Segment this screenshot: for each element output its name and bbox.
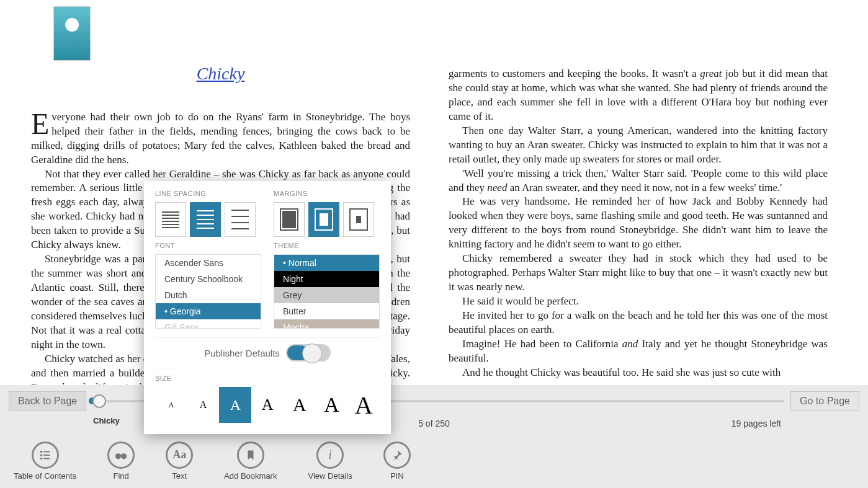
paragraph: garments to customers and keeping the bo… (449, 68, 828, 122)
svg-rect-1 (43, 451, 50, 452)
list-icon (32, 441, 59, 469)
svg-point-2 (40, 454, 42, 456)
pin-button[interactable]: PIN (383, 441, 411, 481)
size-label: SIZE (155, 375, 380, 382)
line-spacing-tight[interactable] (155, 202, 186, 237)
size-l[interactable]: A (251, 387, 284, 423)
paragraph: He said it would be perfect. (449, 295, 828, 309)
right-column: garments to customers and keeping the bo… (441, 67, 868, 384)
theme-normal[interactable]: Normal (274, 255, 379, 271)
theme-butter[interactable]: Butter (274, 303, 379, 319)
paragraph: And he thought Chicky was beautiful too.… (449, 366, 828, 380)
svg-point-4 (40, 457, 42, 459)
svg-rect-8 (120, 455, 122, 456)
text-icon: Aa (166, 441, 193, 469)
chapter-label: Chicky (93, 416, 120, 425)
theme-label: THEME (274, 242, 380, 249)
margin-wide[interactable] (343, 202, 374, 237)
line-spacing-normal[interactable] (190, 202, 221, 237)
svg-rect-5 (43, 458, 50, 459)
theme-grey[interactable]: Grey (274, 287, 379, 303)
info-icon: i (316, 441, 344, 469)
publisher-defaults-toggle[interactable] (286, 344, 331, 362)
label: Find (114, 471, 129, 481)
page-counter: 5 of 250 (418, 419, 450, 428)
label: View Details (308, 471, 352, 481)
line-spacing-loose[interactable] (225, 202, 256, 237)
paragraph: 'Well you're missing a trick then,' Walt… (449, 167, 828, 193)
svg-rect-3 (43, 455, 50, 456)
font-label: FONT (155, 242, 261, 249)
add-bookmark-button[interactable]: Add Bookmark (224, 441, 277, 481)
theme-list[interactable]: Normal Night Grey Butter Mocha (274, 254, 380, 329)
margin-normal[interactable] (308, 202, 339, 237)
label: PIN (390, 471, 404, 481)
theme-mocha[interactable]: Mocha (274, 319, 379, 329)
paragraph: He invited her to go for a walk on the b… (449, 309, 828, 337)
font-option[interactable]: Dutch (156, 287, 261, 303)
pin-icon (383, 441, 411, 469)
book-cover[interactable] (53, 6, 91, 61)
svg-point-0 (40, 450, 42, 453)
go-to-page-button[interactable]: Go to Page (790, 391, 859, 411)
paragraph: Then one day Walter Starr, a young Ameri… (449, 124, 828, 167)
size-xl[interactable]: A (284, 387, 316, 423)
font-option[interactable]: Ascender Sans (156, 255, 261, 271)
theme-night[interactable]: Night (274, 271, 379, 287)
label: Text (172, 471, 187, 481)
size-selector: A A A A A A A (155, 387, 380, 423)
line-spacing-label: LINE SPACING (155, 190, 261, 197)
label: Table of Contents (14, 471, 76, 481)
bookmark-add-icon (237, 441, 264, 469)
label: Add Bookmark (224, 471, 277, 481)
size-s[interactable]: A (187, 387, 220, 423)
slider-thumb[interactable] (92, 394, 106, 408)
find-button[interactable]: Find (107, 441, 135, 481)
font-option[interactable]: Gill Sans (156, 319, 261, 329)
pages-left: 19 pages left (732, 419, 781, 428)
view-details-button[interactable]: i View Details (308, 441, 352, 481)
progress-bar: Back to Page Go to Page Chicky 5 of 250 … (0, 385, 868, 433)
toc-button[interactable]: Table of Contents (14, 441, 76, 481)
publisher-defaults-label: Publisher Defaults (204, 348, 280, 358)
margin-narrow[interactable] (274, 202, 305, 237)
size-xxl[interactable]: A (316, 387, 348, 423)
back-to-page-button[interactable]: Back to Page (9, 391, 86, 411)
size-m-selected[interactable]: A (219, 387, 251, 423)
paragraph: veryone had their own job to do on the R… (31, 111, 410, 166)
paragraph: Imagine! He had been to California and I… (449, 338, 828, 364)
margins-label: MARGINS (274, 190, 380, 197)
svg-point-7 (121, 453, 127, 459)
size-xs[interactable]: A (155, 387, 187, 423)
font-option[interactable]: Century Schoolbook (156, 271, 261, 287)
text-settings-popup: LINE SPACING MARGINS FONT Ascender Sans … (144, 181, 391, 434)
font-option-selected[interactable]: Georgia (156, 303, 261, 319)
text-button[interactable]: Aa Text (166, 441, 193, 481)
size-xxxl[interactable]: A (347, 387, 380, 423)
font-list[interactable]: Ascender Sans Century Schoolbook Dutch G… (155, 254, 261, 329)
paragraph: He was very handsome. He reminded her of… (449, 195, 828, 252)
bottom-toolbar: Table of Contents Find Aa Text Add Bookm… (0, 433, 868, 488)
binoculars-icon (107, 441, 135, 469)
svg-point-6 (115, 453, 121, 459)
paragraph: Chicky remembered a sweater they had in … (449, 252, 828, 295)
chapter-title[interactable]: Chicky (31, 67, 410, 86)
